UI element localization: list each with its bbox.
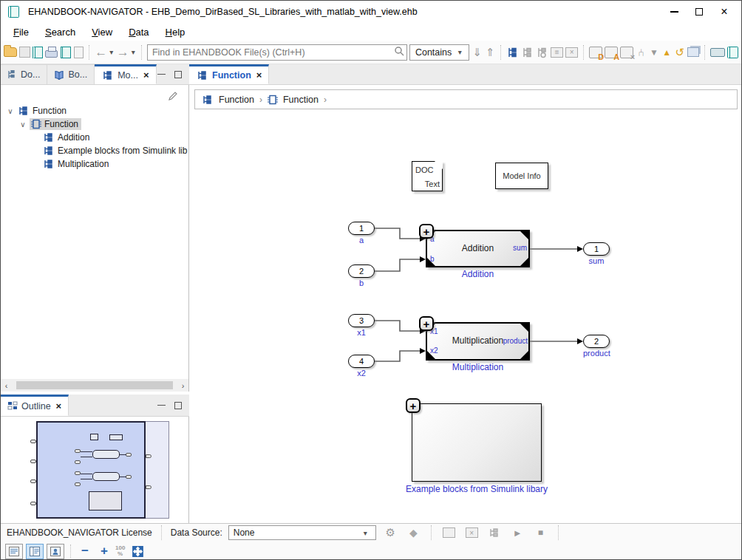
export-pdf-button[interactable] — [73, 44, 84, 61]
tab-document[interactable]: Do... — [1, 64, 47, 84]
chevron-expanded-icon[interactable]: ∨ — [19, 120, 27, 129]
expand-subsystem-button[interactable]: + — [406, 398, 421, 413]
view-person-button[interactable] — [47, 544, 64, 559]
inport-2[interactable]: 2 — [348, 264, 375, 278]
show-data-labels-button[interactable]: D — [589, 44, 602, 61]
zoom-in-button[interactable]: + — [96, 544, 112, 559]
panel-maximize-icon[interactable] — [174, 71, 182, 78]
tree-item-multiplication[interactable]: Multiplication — [1, 157, 188, 171]
hide-labels-button[interactable]: × — [620, 44, 633, 61]
scroll-right-icon[interactable]: › — [177, 381, 188, 390]
tab-model-close-icon[interactable]: × — [143, 69, 149, 81]
inport-3[interactable]: 3 — [348, 314, 375, 327]
label-d-icon: D — [589, 47, 602, 58]
refresh-model-button[interactable] — [536, 44, 548, 61]
close-button[interactable]: × — [712, 2, 737, 21]
tree-item-addition[interactable]: Addition — [1, 131, 188, 144]
data-source-settings-button[interactable]: ⚙ — [382, 525, 399, 542]
show-annotation-labels-button[interactable]: A — [605, 44, 618, 61]
minimize-button[interactable] — [661, 2, 687, 21]
back-history-dropdown[interactable]: ▾ — [109, 48, 114, 56]
model-info-block[interactable]: Model Info — [495, 163, 548, 189]
example-blocks-block[interactable] — [412, 403, 542, 482]
view-document-button[interactable] — [5, 544, 23, 559]
tab-function[interactable]: Function × — [189, 64, 269, 84]
outline-mini-multiplication — [92, 472, 120, 481]
export-book-button[interactable] — [60, 44, 70, 61]
maximize-button[interactable] — [687, 2, 712, 21]
open-book-button[interactable] — [33, 44, 43, 61]
panel-maximize-icon[interactable] — [174, 402, 182, 409]
move-up-button[interactable]: ▲ — [661, 44, 672, 61]
data-layers-button[interactable]: ◆ — [405, 525, 422, 542]
move-down-button[interactable]: ▼ — [649, 44, 659, 61]
subsystem-block-icon — [31, 119, 41, 129]
tab-function-close-icon[interactable]: × — [256, 69, 262, 81]
tree-item-function-sub[interactable]: ∨ Function — [1, 117, 188, 131]
data-source-dropdown[interactable]: None ▾ — [228, 525, 376, 540]
stop-measurement-button[interactable]: ■ — [532, 525, 549, 542]
recent-history-button[interactable]: ↺ — [675, 44, 685, 61]
measurement-model-button[interactable] — [486, 525, 503, 542]
scroll-left-icon[interactable]: ‹ — [1, 381, 12, 390]
find-previous-button[interactable]: ⇑ — [485, 44, 495, 61]
doc-text-block[interactable]: DOC Text — [412, 161, 443, 191]
model-canvas[interactable]: DOC Text Model Info 1 a 2 b a b sum Addi… — [189, 110, 741, 523]
book-icon — [54, 70, 64, 80]
outport-2[interactable]: 2 — [583, 335, 610, 348]
panel-minimize-icon[interactable] — [157, 74, 166, 75]
edit-pencil-icon[interactable] — [167, 91, 178, 105]
find-next-button[interactable]: ⇓ — [472, 44, 482, 61]
keyboard-shortcuts-button[interactable] — [710, 44, 725, 61]
scrollbar-thumb[interactable] — [16, 381, 173, 389]
menu-search[interactable]: Search — [38, 25, 82, 39]
inport-1[interactable]: 1 — [348, 222, 375, 235]
search-mode-dropdown[interactable]: Contains ▾ — [409, 44, 469, 61]
tab-book[interactable]: Bo... — [47, 64, 95, 84]
tab-outline-close-icon[interactable]: × — [56, 400, 62, 412]
forward-arrow-icon: → — [117, 45, 129, 60]
open-file-button[interactable] — [4, 44, 17, 61]
navigate-forward-button[interactable]: → — [117, 44, 129, 61]
breadcrumb-item-function-sub[interactable]: Function — [283, 95, 319, 105]
measurement-config-button[interactable] — [440, 525, 457, 542]
menu-data[interactable]: Data — [122, 25, 155, 39]
multiplication-block[interactable]: x1 x2 product Multiplication — [426, 322, 530, 361]
tree-item-example-blocks[interactable]: Example blocks from Simulink lib — [1, 144, 188, 157]
save-button[interactable] — [19, 44, 30, 61]
show-parameter-list-button[interactable]: ≡ — [551, 44, 563, 61]
zoom-out-button[interactable]: − — [77, 544, 93, 559]
menu-file[interactable]: File — [7, 25, 35, 39]
print-button[interactable] — [45, 44, 58, 61]
clear-parameter-list-button[interactable]: × — [565, 44, 578, 61]
tree-item-label: Addition — [58, 132, 89, 143]
expand-model-button[interactable] — [506, 44, 519, 61]
expand-subsystem-button[interactable]: + — [419, 224, 434, 239]
inport-4[interactable]: 4 — [348, 355, 375, 368]
library-link-corner-icon — [520, 231, 529, 240]
start-measurement-button[interactable]: ► — [509, 525, 526, 542]
menu-help[interactable]: Help — [159, 25, 192, 39]
panel-minimize-icon[interactable] — [157, 405, 166, 406]
addition-block[interactable]: a b sum Addition — [426, 230, 530, 267]
chevron-expanded-icon[interactable]: ∨ — [7, 107, 14, 115]
tab-outline[interactable]: Outline × — [1, 395, 69, 416]
zoom-100-button[interactable]: 100 % — [115, 545, 125, 558]
expand-subsystem-button[interactable]: + — [419, 316, 434, 331]
ehandbook-info-button[interactable] — [727, 44, 738, 61]
collapse-model-button[interactable] — [521, 44, 534, 61]
menu-view[interactable]: View — [85, 25, 119, 39]
duplicate-view-button[interactable] — [687, 44, 699, 61]
search-input[interactable] — [147, 44, 407, 61]
tab-model[interactable]: Mo... × — [95, 64, 156, 84]
forward-history-dropdown[interactable]: ▾ — [132, 48, 136, 56]
outport-1[interactable]: 1 — [583, 242, 610, 256]
breadcrumb-item-function[interactable]: Function — [219, 95, 254, 105]
measurement-clear-button[interactable]: × — [463, 525, 480, 542]
split-view-button[interactable]: ⑃ — [636, 44, 646, 61]
view-split-button[interactable] — [26, 544, 44, 559]
tree-horizontal-scrollbar[interactable]: ‹ › — [1, 379, 189, 392]
fit-to-view-button[interactable] — [128, 543, 147, 560]
navigate-back-button[interactable]: ← — [95, 44, 107, 61]
tree-item-function-root[interactable]: ∨ Function — [1, 104, 188, 117]
